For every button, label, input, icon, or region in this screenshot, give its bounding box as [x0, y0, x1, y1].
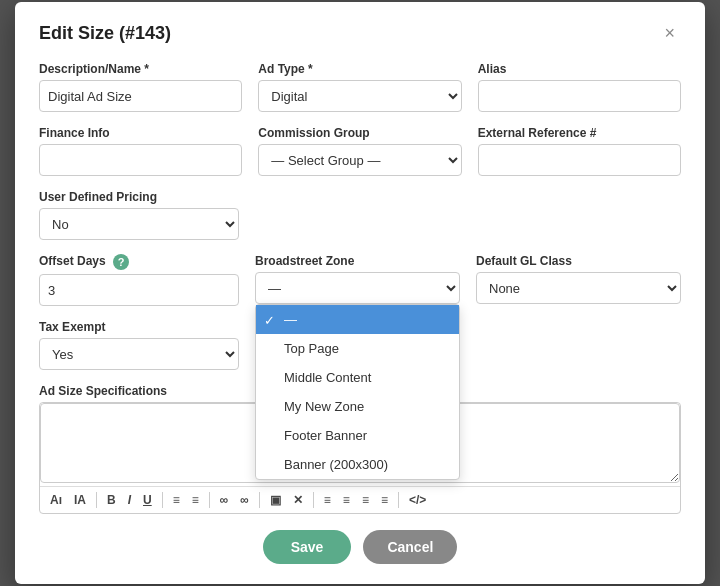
toolbar-align-left[interactable]: ≡	[320, 491, 335, 509]
finance-group: Finance Info	[39, 126, 242, 176]
description-input[interactable]	[39, 80, 242, 112]
toolbar-image[interactable]: ▣	[266, 491, 285, 509]
offset-days-label: Offset Days ?	[39, 254, 239, 270]
tax-exempt-group: Tax Exempt Yes No	[39, 320, 239, 370]
toolbar-divider-6	[398, 492, 399, 508]
save-button[interactable]: Save	[263, 530, 352, 564]
dropdown-item-footer[interactable]: Footer Banner	[256, 421, 459, 450]
commission-label: Commission Group	[258, 126, 461, 140]
commission-group: Commission Group — Select Group —	[258, 126, 461, 176]
modal-header: Edit Size (#143) ×	[39, 22, 681, 44]
toolbar-link[interactable]: ∞	[216, 491, 233, 509]
toolbar-align-justify[interactable]: ≡	[377, 491, 392, 509]
default-gl-label: Default GL Class	[476, 254, 681, 268]
toolbar-unlink[interactable]: ∞	[236, 491, 253, 509]
default-gl-select[interactable]: None	[476, 272, 681, 304]
toolbar-align-right[interactable]: ≡	[358, 491, 373, 509]
tax-exempt-select[interactable]: Yes No	[39, 338, 239, 370]
finance-label: Finance Info	[39, 126, 242, 140]
cancel-button[interactable]: Cancel	[363, 530, 457, 564]
editor-toolbar: Aı IA B I U ≡ ≡ ∞ ∞ ▣ ✕ ≡	[40, 486, 680, 513]
alias-group: Alias	[478, 62, 681, 112]
dropdown-item-middle[interactable]: Middle Content	[256, 363, 459, 392]
toolbar-italic[interactable]: I	[124, 491, 135, 509]
form-row-1: Description/Name * Ad Type * Digital Pri…	[39, 62, 681, 112]
dropdown-item-mynewzone[interactable]: My New Zone	[256, 392, 459, 421]
toolbar-clear[interactable]: ✕	[289, 491, 307, 509]
broadstreet-label: Broadstreet Zone	[255, 254, 460, 268]
toolbar-source[interactable]: </>	[405, 491, 430, 509]
toolbar-font-size-up[interactable]: IA	[70, 491, 90, 509]
broadstreet-select[interactable]: — Top Page Middle Content My New Zone Fo…	[255, 272, 460, 304]
user-pricing-label: User Defined Pricing	[39, 190, 239, 204]
adtype-label: Ad Type *	[258, 62, 461, 76]
form-row-3: User Defined Pricing No Yes	[39, 190, 681, 240]
toolbar-underline[interactable]: U	[139, 491, 156, 509]
toolbar-list-ordered[interactable]: ≡	[169, 491, 184, 509]
form-row-4: Offset Days ? Broadstreet Zone — Top Pag…	[39, 254, 681, 306]
user-pricing-group: User Defined Pricing No Yes	[39, 190, 239, 240]
commission-select[interactable]: — Select Group —	[258, 144, 461, 176]
default-gl-group: Default GL Class None	[476, 254, 681, 304]
user-pricing-select[interactable]: No Yes	[39, 208, 239, 240]
dropdown-item-dash[interactable]: ✓ —	[256, 305, 459, 334]
modal-dialog: Edit Size (#143) × Description/Name * Ad…	[15, 2, 705, 584]
external-ref-input[interactable]	[478, 144, 681, 176]
toolbar-divider-4	[259, 492, 260, 508]
toolbar-divider-1	[96, 492, 97, 508]
alias-input[interactable]	[478, 80, 681, 112]
form-row-2: Finance Info Commission Group — Select G…	[39, 126, 681, 176]
finance-input[interactable]	[39, 144, 242, 176]
toolbar-list-unordered[interactable]: ≡	[188, 491, 203, 509]
toolbar-align-center[interactable]: ≡	[339, 491, 354, 509]
dropdown-item-toppage[interactable]: Top Page	[256, 334, 459, 363]
description-label: Description/Name *	[39, 62, 242, 76]
adtype-select[interactable]: Digital Print Online	[258, 80, 461, 112]
toolbar-divider-5	[313, 492, 314, 508]
offset-days-input[interactable]	[39, 274, 239, 306]
tax-exempt-label: Tax Exempt	[39, 320, 239, 334]
toolbar-font-size-down[interactable]: Aı	[46, 491, 66, 509]
broadstreet-dropdown: ✓ — Top Page Middle Content My New Zone …	[255, 304, 460, 480]
external-ref-group: External Reference #	[478, 126, 681, 176]
external-ref-label: External Reference #	[478, 126, 681, 140]
adtype-group: Ad Type * Digital Print Online	[258, 62, 461, 112]
form-actions: Save Cancel	[39, 530, 681, 564]
offset-days-group: Offset Days ?	[39, 254, 239, 306]
description-group: Description/Name *	[39, 62, 242, 112]
broadstreet-group: Broadstreet Zone — Top Page Middle Conte…	[255, 254, 460, 304]
close-button[interactable]: ×	[658, 22, 681, 44]
modal-title: Edit Size (#143)	[39, 23, 171, 44]
toolbar-divider-3	[209, 492, 210, 508]
checkmark-icon: ✓	[264, 312, 275, 327]
alias-label: Alias	[478, 62, 681, 76]
toolbar-divider-2	[162, 492, 163, 508]
help-icon[interactable]: ?	[113, 254, 129, 270]
toolbar-bold[interactable]: B	[103, 491, 120, 509]
dropdown-item-banner[interactable]: Banner (200x300)	[256, 450, 459, 479]
